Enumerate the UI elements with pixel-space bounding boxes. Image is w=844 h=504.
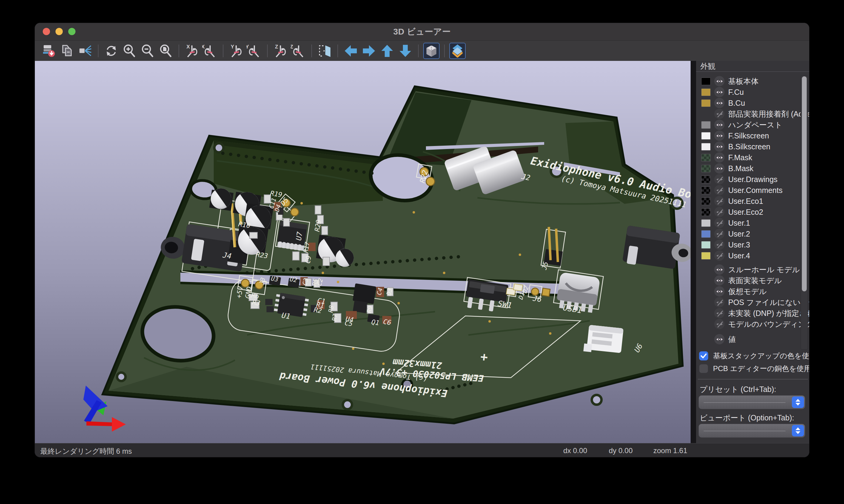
viewport-combobox[interactable] (699, 424, 805, 438)
scrollbar-track[interactable] (800, 75, 808, 349)
layer-color-swatch[interactable] (701, 230, 711, 238)
rotate-y-ccw-button[interactable]: Y (228, 43, 244, 59)
layer-row[interactable]: F.Mask (696, 152, 809, 163)
visibility-eye-off-icon[interactable] (714, 251, 725, 261)
pan-right-button[interactable] (361, 43, 377, 59)
visibility-eye-icon[interactable] (714, 87, 725, 97)
layer-color-swatch[interactable] (701, 219, 711, 227)
visibility-eye-off-icon[interactable] (714, 185, 725, 195)
visibility-eye-icon[interactable] (714, 120, 725, 130)
pan-left-button[interactable] (343, 43, 359, 59)
layer-row[interactable]: 部品実装用接着剤 (Adhesive) (696, 108, 809, 119)
combobox-stepper-icon[interactable] (792, 425, 804, 436)
rotate-x-ccw-button[interactable]: X (184, 43, 200, 59)
model-row[interactable]: 仮想モデル (696, 286, 809, 297)
layer-color-swatch[interactable] (701, 77, 711, 85)
copy-image-button[interactable] (59, 43, 75, 59)
minimize-window-button[interactable] (55, 28, 63, 35)
flip-board-button[interactable] (316, 43, 333, 59)
layer-row[interactable]: User.4 (696, 250, 809, 261)
layer-row[interactable]: ハンダペースト (696, 119, 809, 130)
layer-label: User.Comments (728, 186, 782, 195)
visibility-eye-off-icon[interactable] (714, 218, 725, 228)
layer-color-swatch[interactable] (701, 252, 711, 259)
visibility-eye-off-icon[interactable] (714, 319, 725, 329)
checkbox-unchecked-icon[interactable] (699, 364, 708, 373)
combobox-stepper-icon[interactable] (792, 396, 804, 408)
zoom-out-button[interactable] (139, 43, 156, 59)
visibility-eye-off-icon[interactable] (714, 196, 725, 206)
visibility-eye-icon[interactable] (714, 141, 725, 152)
visibility-eye-icon[interactable] (714, 98, 725, 108)
reload-board-button[interactable] (41, 43, 57, 59)
rotate-x-cw-button[interactable]: X (202, 43, 218, 59)
layer-color-swatch[interactable] (701, 154, 711, 161)
visibility-eye-off-icon[interactable] (714, 207, 725, 217)
visibility-eye-icon[interactable] (714, 130, 725, 141)
appearance-panel-toggle[interactable] (449, 43, 466, 59)
redraw-button[interactable] (103, 43, 119, 59)
visibility-eye-off-icon[interactable] (714, 174, 725, 184)
model-row[interactable]: 未実装 (DNP) が指定されたモデル (696, 308, 809, 319)
visibility-eye-off-icon[interactable] (714, 308, 725, 318)
layer-color-swatch[interactable] (701, 132, 711, 140)
model-row[interactable]: モデルのバウンディングボックス (696, 319, 809, 329)
layer-color-swatch[interactable] (701, 186, 711, 194)
layer-color-swatch[interactable] (701, 197, 711, 205)
pan-up-button[interactable] (379, 43, 395, 59)
layer-color-swatch[interactable] (701, 88, 711, 96)
layer-row[interactable]: User.Drawings (696, 174, 809, 185)
visibility-eye-off-icon[interactable] (714, 109, 725, 119)
layer-row[interactable]: B.Mask (696, 163, 809, 174)
layer-row[interactable]: User.1 (696, 217, 809, 228)
model-row[interactable]: 表面実装モデル (696, 275, 809, 286)
use-stackup-colors-checkbox-row[interactable]: 基板スタックアップの色を使用 (699, 351, 809, 361)
layer-row[interactable]: F.Silkscreen (696, 130, 809, 141)
visibility-eye-icon[interactable] (714, 334, 725, 344)
visibility-eye-icon[interactable] (714, 265, 725, 275)
layer-row[interactable]: User.Eco1 (696, 196, 809, 206)
visibility-eye-off-icon[interactable] (714, 297, 725, 307)
zoom-window-button[interactable] (68, 28, 75, 35)
layer-row[interactable]: B.Silkscreen (696, 141, 809, 152)
3d-viewport[interactable]: Exidiophone v6.0 Audio Board(c) Tomoya M… (35, 61, 691, 443)
value-row[interactable]: 値 (696, 334, 809, 345)
zoom-in-button[interactable] (121, 43, 138, 59)
preset-combobox[interactable] (699, 395, 805, 409)
layer-row[interactable]: B.Cu (696, 97, 809, 108)
model-row[interactable]: POS ファイルにないモデル (696, 297, 809, 308)
layer-row[interactable]: User.2 (696, 228, 809, 239)
visibility-eye-icon[interactable] (714, 163, 725, 174)
layer-row[interactable]: F.Cu (696, 87, 809, 97)
layer-row[interactable]: 基板本体 (696, 76, 809, 87)
layer-row[interactable]: User.Eco2 (696, 206, 809, 217)
layer-color-swatch[interactable] (701, 143, 711, 150)
visibility-eye-icon[interactable] (714, 152, 725, 163)
visibility-eye-icon[interactable] (714, 286, 725, 296)
layer-color-swatch[interactable] (701, 176, 711, 183)
rotate-y-cw-button[interactable]: Y (246, 43, 262, 59)
layer-color-swatch[interactable] (701, 165, 711, 172)
visibility-eye-icon[interactable] (714, 76, 725, 86)
layer-color-swatch[interactable] (701, 100, 711, 107)
3d-viewport-canvas[interactable]: Exidiophone v6.0 Audio Board(c) Tomoya M… (35, 61, 691, 443)
rotate-z-cw-button[interactable]: Z (290, 43, 307, 59)
layer-color-swatch[interactable] (701, 121, 711, 129)
close-window-button[interactable] (43, 28, 50, 35)
layer-row[interactable]: User.Comments (696, 185, 809, 196)
visibility-eye-off-icon[interactable] (714, 229, 725, 239)
visibility-eye-off-icon[interactable] (714, 239, 725, 250)
model-row[interactable]: スルーホール モデル (696, 264, 809, 275)
orthographic-projection-toggle[interactable] (423, 43, 440, 59)
layer-color-swatch[interactable] (701, 209, 711, 216)
visibility-eye-icon[interactable] (714, 275, 725, 286)
layer-row[interactable]: User.3 (696, 239, 809, 250)
zoom-fit-button[interactable] (158, 43, 174, 59)
rotate-z-ccw-button[interactable]: Z (272, 43, 289, 59)
use-pcb-copper-color-checkbox-row[interactable]: PCB エディターの銅色を使用 (699, 364, 809, 374)
checkbox-checked-icon[interactable] (699, 352, 708, 360)
raytracing-toggle-button[interactable] (77, 43, 93, 59)
layer-color-swatch[interactable] (701, 241, 711, 249)
pan-down-button[interactable] (397, 43, 414, 59)
scrollbar-thumb[interactable] (802, 76, 807, 291)
